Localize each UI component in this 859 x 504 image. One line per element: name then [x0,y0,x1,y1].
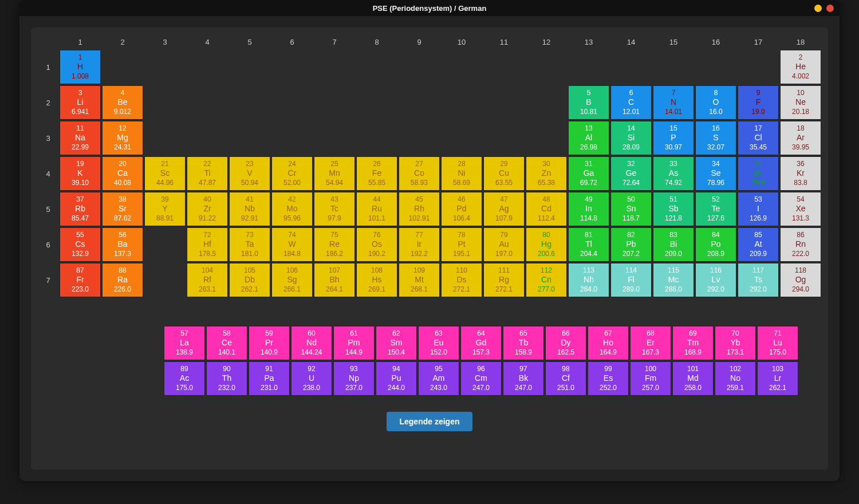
element-Pu[interactable]: 94Pu244.0 [376,361,417,396]
element-Co[interactable]: 27Co58.93 [399,156,440,191]
element-Pm[interactable]: 61Pm144.9 [333,326,375,360]
element-Ga[interactable]: 31Ga69.72 [568,156,609,191]
element-At[interactable]: 85At209.9 [738,227,779,262]
element-Se[interactable]: 34Se78.96 [695,156,736,191]
element-S[interactable]: 16S32.07 [695,121,736,155]
element-Te[interactable]: 52Te127.6 [695,192,736,226]
element-F[interactable]: 9F19.0 [738,85,779,120]
element-Hs[interactable]: 108Hs269.1 [356,263,397,297]
element-B[interactable]: 5B10.81 [568,85,609,120]
element-Mn[interactable]: 25Mn54.94 [314,156,355,191]
element-Be[interactable]: 4Be9.012 [102,85,143,120]
element-Tc[interactable]: 43Tc97.9 [314,192,355,226]
element-Ca[interactable]: 20Ca40.08 [102,156,143,191]
element-Nd[interactable]: 60Nd144.24 [291,326,332,360]
element-Pr[interactable]: 59Pr140.9 [249,326,290,360]
element-Pa[interactable]: 91Pa231.0 [249,361,290,396]
element-Rb[interactable]: 37Rb85.47 [60,192,101,226]
element-Fm[interactable]: 100Fm257.0 [630,361,671,396]
element-Tl[interactable]: 81Tl204.4 [568,227,609,262]
element-Os[interactable]: 76Os190.2 [356,227,397,262]
element-Ru[interactable]: 44Ru101.1 [356,192,397,226]
element-Rn[interactable]: 86Rn222.0 [780,227,821,262]
element-Na[interactable]: 11Na22.99 [60,121,101,155]
element-Ar[interactable]: 18Ar39.95 [780,121,821,155]
element-Ts[interactable]: 117Ts292.0 [738,263,779,297]
element-Sm[interactable]: 62Sm150.4 [376,326,417,360]
element-In[interactable]: 49In114.8 [568,192,609,226]
element-He[interactable]: 2He4.002 [780,50,821,84]
element-Es[interactable]: 99Es252.0 [588,361,629,396]
element-Np[interactable]: 93Np237.0 [333,361,375,396]
element-O[interactable]: 8O16.0 [695,85,736,120]
element-Cu[interactable]: 29Cu63.55 [483,156,525,191]
element-Gd[interactable]: 64Gd157.3 [460,326,502,360]
element-Rf[interactable]: 104Rf263.1 [187,263,228,297]
element-Po[interactable]: 84Po208.9 [695,227,736,262]
element-Ni[interactable]: 28Ni58.69 [441,156,482,191]
close-icon[interactable] [826,5,834,12]
element-Zn[interactable]: 30Zn65.38 [526,156,567,191]
element-Sb[interactable]: 51Sb121.8 [653,192,694,226]
element-Ra[interactable]: 88Ra226.0 [102,263,143,297]
element-Xe[interactable]: 54Xe131.3 [780,192,821,226]
element-Nh[interactable]: 113Nh284.0 [568,263,609,297]
element-Cf[interactable]: 98Cf251.0 [545,361,586,396]
element-Ds[interactable]: 110Ds272.1 [441,263,482,297]
element-As[interactable]: 33As74.92 [653,156,694,191]
element-Mt[interactable]: 109Mt268.1 [399,263,440,297]
element-Fl[interactable]: 114Fl289.0 [610,263,652,297]
element-Lr[interactable]: 103Lr262.1 [757,361,798,396]
element-Ag[interactable]: 47Ag107.9 [483,192,525,226]
element-Th[interactable]: 90Th232.0 [206,361,247,396]
element-Pt[interactable]: 78Pt195.1 [441,227,482,262]
minimize-icon[interactable] [814,5,822,12]
element-Hf[interactable]: 72Hf178.5 [187,227,228,262]
element-Tb[interactable]: 65Tb158.9 [503,326,544,360]
element-Sg[interactable]: 106Sg266.1 [271,263,313,297]
element-Bi[interactable]: 83Bi209.0 [653,227,694,262]
element-K[interactable]: 19K39.10 [60,156,101,191]
element-U[interactable]: 92U238.0 [291,361,332,396]
element-Pb[interactable]: 82Pb207.2 [610,227,652,262]
element-No[interactable]: 102No259.1 [715,361,756,396]
element-Cl[interactable]: 17Cl35.45 [738,121,779,155]
element-Y[interactable]: 39Y88.91 [144,192,186,226]
element-Ti[interactable]: 22Ti47.87 [187,156,228,191]
element-Mg[interactable]: 12Mg24.31 [102,121,143,155]
element-Bk[interactable]: 97Bk247.0 [503,361,544,396]
element-Nb[interactable]: 41Nb92.91 [229,192,270,226]
element-Fr[interactable]: 87Fr223.0 [60,263,101,297]
element-Si[interactable]: 14Si28.09 [610,121,652,155]
element-Tm[interactable]: 69Tm168.9 [672,326,714,360]
element-Mo[interactable]: 42Mo95.96 [271,192,313,226]
element-Au[interactable]: 79Au197.0 [483,227,525,262]
element-I[interactable]: 53I126.9 [738,192,779,226]
element-Re[interactable]: 75Re186.2 [314,227,355,262]
element-Cs[interactable]: 55Cs132.9 [60,227,101,262]
element-Pd[interactable]: 46Pd106.4 [441,192,482,226]
element-N[interactable]: 7N14.01 [653,85,694,120]
element-Al[interactable]: 13Al26.98 [568,121,609,155]
element-Er[interactable]: 68Er167.3 [630,326,671,360]
element-Lu[interactable]: 71Lu175.0 [757,326,798,360]
element-Br[interactable]: 35Br79.9 [738,156,779,191]
element-Dy[interactable]: 66Dy162.5 [545,326,586,360]
element-Yb[interactable]: 70Yb173.1 [715,326,756,360]
element-Fe[interactable]: 26Fe55.85 [356,156,397,191]
element-Cm[interactable]: 96Cm247.0 [460,361,502,396]
element-Bh[interactable]: 107Bh264.1 [314,263,355,297]
element-Cd[interactable]: 48Cd112.4 [526,192,567,226]
element-V[interactable]: 23V50.94 [229,156,270,191]
element-Hg[interactable]: 80Hg200.6 [526,227,567,262]
element-W[interactable]: 74W184.8 [271,227,313,262]
element-C[interactable]: 6C12.01 [610,85,652,120]
element-Md[interactable]: 101Md258.0 [672,361,714,396]
element-Lv[interactable]: 116Lv292.0 [695,263,736,297]
element-Ba[interactable]: 56Ba137.3 [102,227,143,262]
element-Sn[interactable]: 50Sn118.7 [610,192,652,226]
element-Mc[interactable]: 115Mc288.0 [653,263,694,297]
element-Db[interactable]: 105Db262.1 [229,263,270,297]
element-Ce[interactable]: 58Ce140.1 [206,326,247,360]
element-Rh[interactable]: 45Rh102.91 [399,192,440,226]
